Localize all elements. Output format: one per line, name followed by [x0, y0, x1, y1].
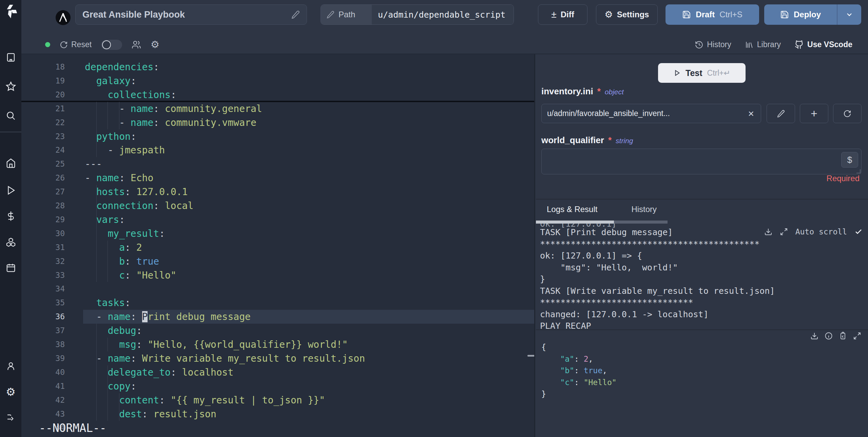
download-result-icon[interactable] — [810, 332, 818, 340]
code-line[interactable]: 39 - name: Write variable my_result to r… — [21, 352, 534, 365]
textarea-resize-handle[interactable] — [856, 169, 861, 173]
schedules-calendar-icon[interactable] — [5, 262, 17, 273]
code-line[interactable]: 21 - name: community.general — [21, 102, 534, 116]
edit-resource-button[interactable] — [767, 104, 795, 123]
code-line[interactable]: 32 b: true — [21, 254, 534, 268]
line-number: 27 — [35, 185, 65, 199]
code-text: - name: community.general — [85, 102, 262, 116]
code-text: debug: — [85, 324, 142, 338]
code-line[interactable]: 30 my_result: — [21, 227, 534, 241]
code-line[interactable]: 34 — [21, 282, 534, 296]
runs-play-icon[interactable] — [5, 185, 17, 196]
topbar: Great Ansible Playbook Path u/admin/depe… — [21, 0, 868, 36]
path-box[interactable]: Path u/admin/dependable_script — [321, 4, 514, 25]
code-line[interactable]: 31 a: 2 — [21, 241, 534, 254]
code-line[interactable]: 18dependencies: — [21, 60, 534, 74]
variable-picker-button[interactable]: $ — [841, 152, 858, 168]
deploy-dropdown-button[interactable] — [837, 4, 861, 25]
windmill-logo-icon[interactable] — [4, 4, 18, 19]
code-text: my_result: — [85, 227, 165, 241]
line-number: 19 — [35, 74, 65, 88]
code-line[interactable]: 37 debug: — [21, 324, 534, 338]
copy-clipboard-icon[interactable] — [839, 332, 847, 340]
download-log-icon[interactable] — [764, 228, 772, 236]
expand-result-icon[interactable] — [853, 332, 861, 340]
clear-x-icon[interactable]: × — [747, 109, 755, 119]
line-number: 26 — [35, 171, 65, 185]
workspace-building-icon[interactable] — [5, 52, 17, 63]
code-text: c: "Hello" — [85, 268, 176, 282]
code-line[interactable]: 35 tasks: — [21, 296, 534, 310]
code-line[interactable]: 25--- — [21, 157, 534, 171]
settings-button[interactable]: ⚙ Settings — [596, 4, 658, 25]
expand-log-icon[interactable] — [780, 228, 788, 236]
info-icon[interactable] — [825, 332, 833, 340]
settings-gear-icon[interactable]: ⚙ — [5, 386, 17, 398]
deploy-button[interactable]: Deploy — [764, 4, 837, 25]
code-line[interactable]: 27 hosts: 127.0.0.1 — [21, 185, 534, 199]
code-line[interactable]: 43 dest: result.json — [21, 407, 534, 421]
code-line[interactable]: 22 - name: community.vmware — [21, 116, 534, 130]
code-line[interactable]: 33 c: "Hello" — [21, 268, 534, 282]
line-number: 20 — [35, 88, 65, 102]
line-number: 29 — [35, 213, 65, 227]
windmill-script-editor: ⚙ Great Ansible Playbook — [0, 0, 868, 437]
use-vscode-label: Use VScode — [807, 40, 852, 49]
required-error-text: Required — [827, 174, 860, 183]
code-line[interactable]: 40 delegate_to: localhost — [21, 365, 534, 379]
account-user-icon[interactable] — [5, 360, 17, 372]
code-line[interactable]: 26- name: Echo — [21, 171, 534, 185]
favorites-star-icon[interactable] — [5, 81, 17, 92]
code-line[interactable]: 28 connection: local — [21, 199, 534, 213]
draft-button[interactable]: Draft Ctrl+S — [666, 4, 759, 25]
code-line[interactable]: 19 galaxy: — [21, 74, 534, 88]
log-line: ****************************** — [540, 297, 693, 308]
indent-guide — [96, 102, 97, 157]
code-line[interactable]: 38 msg: "Hello, {{world_qualifier}} worl… — [21, 338, 534, 352]
code-line[interactable]: 41 copy: — [21, 379, 534, 393]
search-icon[interactable] — [5, 110, 17, 121]
line-number: 37 — [35, 324, 65, 338]
code-line[interactable]: 23 python: — [21, 130, 534, 144]
result-json-line: { — [541, 341, 546, 353]
edit-pencil-icon[interactable] — [291, 10, 300, 19]
library-button[interactable]: Library — [745, 40, 781, 49]
test-button[interactable]: Test Ctrl+↵ — [658, 63, 746, 83]
collaborators-button[interactable] — [132, 40, 141, 50]
result-json-line: "c": "Hello" — [541, 377, 617, 388]
panel-resize-handle[interactable] — [527, 355, 535, 357]
refresh-resource-button[interactable] — [833, 104, 862, 123]
code-line[interactable]: 29 vars: — [21, 213, 534, 227]
code-editor[interactable]: 18dependencies:19 galaxy:20 collections:… — [21, 54, 535, 437]
reset-button[interactable]: Reset — [60, 40, 92, 49]
diff-toggle[interactable] — [101, 40, 122, 50]
add-resource-button[interactable]: + — [800, 104, 828, 123]
auto-scroll-checkbox[interactable] — [854, 228, 863, 236]
code-line[interactable]: 36 - name: Print debug message — [21, 310, 534, 324]
code-line[interactable]: 42 content: "{{ my_result | to_json }}" — [21, 393, 534, 407]
diff-button[interactable]: ± Diff — [538, 4, 587, 25]
field-name: world_qualifier — [541, 135, 604, 146]
path-label-section[interactable]: Path — [321, 5, 372, 24]
script-title-input[interactable]: Great Ansible Playbook — [75, 4, 307, 25]
code-text: galaxy: — [85, 74, 136, 88]
code-line[interactable]: 20 collections: — [21, 88, 534, 102]
variables-dollar-icon[interactable] — [5, 210, 17, 222]
world-qualifier-input[interactable]: $ — [541, 149, 862, 174]
tab-logs-result[interactable]: Logs & Result — [547, 205, 597, 214]
resources-cubes-icon[interactable] — [5, 236, 17, 248]
content: 18dependencies:19 galaxy:20 collections:… — [21, 54, 868, 437]
tab-history[interactable]: History — [631, 205, 657, 214]
code-line[interactable]: 24 - jmespath — [21, 143, 534, 157]
logout-icon[interactable] — [5, 411, 17, 423]
history-button[interactable]: History — [695, 40, 731, 49]
log-tools: Auto scroll — [764, 227, 863, 236]
deploy-button-group: Deploy — [764, 4, 861, 25]
editor-settings-button[interactable]: ⚙ — [151, 40, 159, 50]
log-output[interactable]: ok: [127.0.0.1] Auto scroll TASK [Print … — [536, 219, 868, 329]
draft-label: Draft — [696, 10, 715, 19]
code-text: hosts: 127.0.0.1 — [85, 185, 188, 199]
use-vscode-button[interactable]: Use VScode — [794, 40, 852, 50]
home-icon[interactable] — [5, 157, 17, 169]
inventory-resource-input[interactable]: u/admin/favorable_ansible_invent... × — [541, 104, 761, 123]
